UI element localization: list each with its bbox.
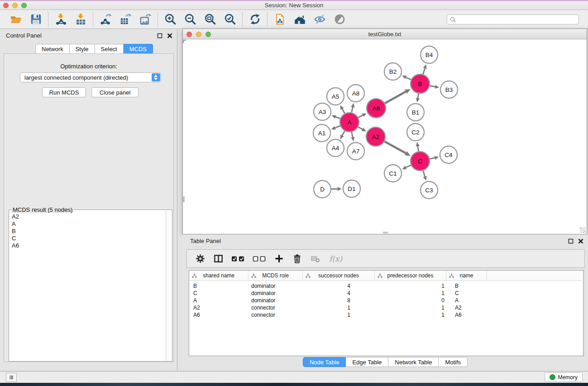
svg-text:A7: A7	[352, 148, 360, 155]
graph-node-B4[interactable]: B4	[421, 46, 438, 63]
zoom-in-button[interactable]	[163, 12, 177, 27]
open-session-button[interactable]	[9, 12, 23, 27]
graph-node-A6[interactable]: A6	[367, 99, 386, 118]
svg-text:A4: A4	[332, 145, 339, 152]
export-network-button[interactable]	[99, 12, 112, 27]
close-x-icon	[578, 238, 583, 244]
task-history-button[interactable]	[6, 373, 17, 382]
graph-node-A8[interactable]: A8	[347, 85, 364, 102]
close-table-panel-icon[interactable]	[578, 238, 583, 244]
memory-button[interactable]: Memory	[545, 372, 583, 382]
table-row[interactable]: A2connector11A2	[189, 304, 583, 311]
column-header-predecessor-nodes[interactable]: predecessor nodes	[375, 271, 446, 280]
export-image-button[interactable]	[139, 12, 152, 27]
tab-motifs[interactable]: Motifs	[439, 357, 468, 367]
delete-table-icon	[310, 253, 320, 264]
criterion-dropdown[interactable]: largest connected component (directed)	[20, 72, 161, 82]
desktop-background	[0, 383, 588, 386]
table-scrollbar[interactable]	[583, 271, 583, 356]
search-input[interactable]	[447, 14, 579, 24]
refresh-button[interactable]	[248, 12, 262, 27]
graph-node-D[interactable]: D	[314, 181, 331, 198]
close-panel-button[interactable]: Close panel	[91, 87, 139, 97]
network-window-titlebar[interactable]: testGlobe.txt	[183, 29, 587, 39]
search-icon	[449, 16, 456, 25]
hide-panels-button[interactable]	[313, 12, 326, 27]
table-row[interactable]: A6connector11A6	[189, 311, 583, 319]
tab-edge-table[interactable]: Edge Table	[346, 357, 388, 367]
graph-node-B2[interactable]: B2	[384, 63, 402, 80]
import-network-button[interactable]	[54, 12, 67, 27]
import-table-button[interactable]	[74, 12, 87, 27]
horizontal-scroll-thumb[interactable]	[383, 232, 388, 234]
zoom-fit-button[interactable]	[203, 12, 217, 27]
mcds-result-node[interactable]: A6	[10, 242, 165, 249]
float-table-panel-icon[interactable]	[568, 238, 574, 244]
graph-node-A3[interactable]: A3	[314, 103, 331, 120]
table-settings-button[interactable]	[194, 252, 206, 266]
mcds-result-node[interactable]: A2	[10, 213, 165, 220]
graph-node-C3[interactable]: C3	[421, 181, 438, 199]
tab-style[interactable]: Style	[70, 44, 95, 54]
network-canvas[interactable]: B4B2BB3A5A8A6B1A3AC2A1A2A4A7C4CC1C3DD1	[183, 40, 587, 234]
network-window-title: testGlobe.txt	[183, 29, 587, 39]
zoom-selected-button[interactable]	[223, 12, 237, 27]
clone-network-button[interactable]	[273, 12, 287, 27]
fx-icon: f(x)	[328, 253, 344, 264]
graph-node-A5[interactable]: A5	[327, 88, 344, 105]
table-row[interactable]: Bdominator41B	[189, 282, 583, 290]
save-session-button[interactable]	[29, 12, 43, 27]
graph-node-A4[interactable]: A4	[327, 139, 344, 157]
graph-node-A2[interactable]: A2	[366, 127, 385, 146]
graph-node-C4[interactable]: C4	[440, 146, 457, 163]
svg-text:C3: C3	[425, 187, 433, 194]
graph-node-C2[interactable]: C2	[407, 124, 424, 141]
tab-select[interactable]: Select	[95, 44, 124, 54]
svg-text:f(x): f(x)	[329, 254, 343, 263]
graph-node-C1[interactable]: C1	[384, 165, 402, 182]
mcds-result-node[interactable]: A	[10, 220, 165, 228]
tab-network-table[interactable]: Network Table	[388, 357, 439, 367]
resize-grip[interactable]	[580, 227, 586, 233]
graph-node-A1[interactable]: A1	[313, 124, 330, 142]
column-header-MCDS-role[interactable]: MCDS role	[249, 271, 303, 280]
column-header-successor-nodes[interactable]: successor nodes	[303, 271, 375, 280]
column-header-shared-name[interactable]: shared name	[189, 271, 249, 280]
delete-columns-button[interactable]	[291, 252, 303, 266]
table-row[interactable]: Adominator80A	[189, 297, 583, 304]
show-panels-button[interactable]	[333, 12, 346, 27]
export-table-button[interactable]	[119, 12, 132, 27]
graph-node-B3[interactable]: B3	[440, 81, 458, 98]
window-title: Session: New Session	[0, 0, 588, 10]
tab-node-table[interactable]: Node Table	[303, 357, 346, 367]
create-column-button[interactable]	[273, 252, 285, 266]
deselect-all-columns-button[interactable]	[252, 252, 267, 266]
tab-mcds[interactable]: MCDS	[124, 44, 153, 54]
graph-node-A[interactable]: A	[340, 113, 359, 132]
close-panel-icon[interactable]	[167, 33, 172, 38]
graph-node-C[interactable]: C	[411, 152, 430, 171]
network-graph: B4B2BB3A5A8A6B1A3AC2A1A2A4A7C4CC1C3DD1	[183, 40, 587, 234]
select-all-columns-button[interactable]	[230, 252, 246, 266]
home-button[interactable]	[293, 12, 306, 27]
mcds-result-node[interactable]: B	[10, 228, 165, 235]
graph-node-A7[interactable]: A7	[347, 143, 364, 160]
tab-network[interactable]: Network	[35, 44, 70, 54]
graph-node-D1[interactable]: D1	[343, 180, 360, 197]
table-row[interactable]: Cdominator41C	[189, 290, 583, 297]
result-scrollbar[interactable]	[166, 210, 172, 361]
check-pair-icon	[231, 255, 245, 262]
graph-node-B[interactable]: B	[411, 74, 430, 93]
import-network-icon	[55, 13, 67, 25]
run-mcds-button[interactable]: Run MCDS	[42, 87, 86, 97]
svg-text:A1: A1	[318, 130, 326, 137]
zoom-out-button[interactable]	[183, 12, 197, 27]
canvas-corner-mark	[183, 40, 186, 43]
close-x-icon	[167, 33, 172, 38]
show-columns-button[interactable]	[212, 252, 225, 266]
column-header-name[interactable]: name	[446, 271, 487, 280]
graph-node-B1[interactable]: B1	[407, 104, 424, 121]
vertical-scroll-thumb[interactable]	[183, 196, 185, 202]
mcds-result-node[interactable]: C	[10, 235, 165, 242]
float-panel-icon[interactable]	[157, 33, 163, 38]
